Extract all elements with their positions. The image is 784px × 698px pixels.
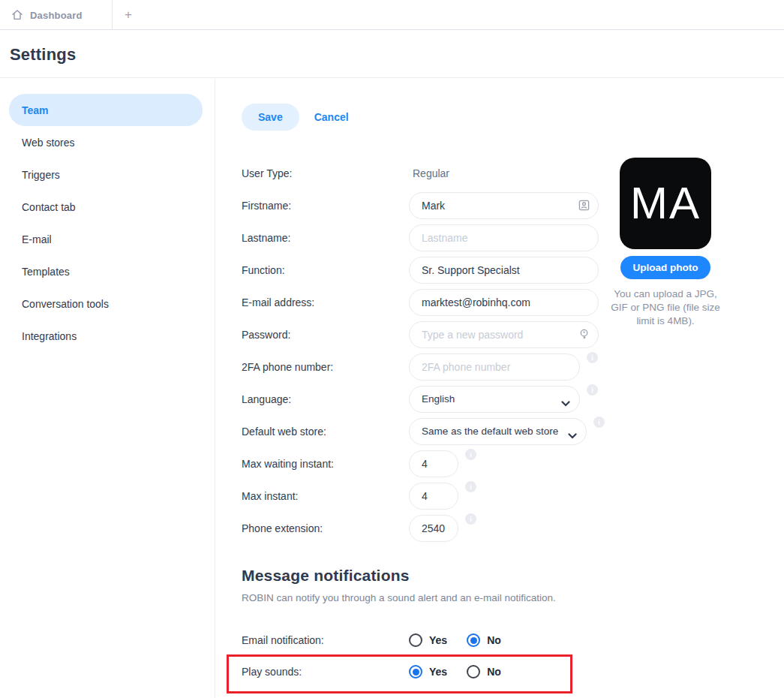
language-row: Language: English i [242, 383, 605, 415]
sidebar-item-contact-tab[interactable]: Contact tab [9, 191, 203, 223]
tab-label: Dashboard [30, 10, 83, 21]
max-instant-row: Max instant: i [242, 480, 605, 512]
max-instant-input[interactable] [409, 483, 458, 510]
radio-option-label: No [487, 634, 501, 646]
phone-extension-row: Phone extension: i [242, 512, 605, 544]
email-notification-radio-group: Yes No [409, 633, 501, 647]
email-address-input[interactable] [409, 289, 599, 316]
email-notification-label: Email notification: [242, 634, 409, 646]
language-selected-value: English [422, 393, 455, 405]
password-row: Password: [242, 318, 605, 351]
avatar-section: MA Upload photo You can upload a JPG, GI… [620, 158, 711, 328]
default-web-store-select[interactable]: Same as the default web store [409, 418, 587, 445]
info-icon[interactable]: i [587, 384, 598, 396]
max-instant-label: Max instant: [242, 490, 409, 502]
password-input[interactable] [409, 321, 599, 348]
email-address-label: E-mail address: [242, 296, 409, 308]
info-icon[interactable]: i [465, 513, 476, 525]
avatar: MA [620, 158, 711, 249]
browser-tab-bar: Dashboard + [0, 0, 784, 30]
email-notification-yes-option[interactable]: Yes [409, 633, 447, 647]
firstname-input[interactable] [409, 192, 599, 219]
default-web-store-label: Default web store: [242, 426, 409, 438]
default-web-store-row: Default web store: Same as the default w… [242, 415, 605, 447]
upload-photo-button[interactable]: Upload photo [620, 256, 710, 279]
message-notifications-section: Message notifications ROBIN can notify y… [242, 567, 632, 687]
info-icon[interactable]: i [593, 417, 605, 428]
max-waiting-instant-input[interactable] [409, 450, 458, 477]
radio-selected-icon[interactable] [409, 665, 422, 678]
default-web-store-selected-value: Same as the default web store [422, 426, 558, 437]
firstname-row: Firstname: [242, 189, 605, 221]
password-label: Password: [242, 329, 409, 341]
radio-unselected-icon[interactable] [467, 665, 480, 678]
radio-selected-icon[interactable] [467, 633, 480, 647]
chevron-down-icon [561, 396, 570, 402]
user-type-value: Regular [409, 167, 449, 179]
sidebar-item-templates[interactable]: Templates [9, 255, 203, 287]
play-sounds-label: Play sounds: [242, 666, 409, 678]
play-sounds-row: Play sounds: Yes No [242, 656, 632, 687]
radio-option-label: Yes [429, 666, 447, 678]
sidebar-item-conversation-tools[interactable]: Conversation tools [9, 287, 203, 320]
max-waiting-instant-row: Max waiting instant: i [242, 447, 605, 480]
section-description: ROBIN can notify you through a sound ale… [242, 592, 632, 603]
email-notification-row: Email notification: Yes No [242, 624, 632, 656]
tab-dashboard[interactable]: Dashboard [0, 0, 113, 30]
radio-unselected-icon[interactable] [409, 633, 422, 647]
chevron-down-icon [568, 429, 577, 435]
cancel-button[interactable]: Cancel [314, 111, 349, 123]
radio-option-label: Yes [429, 634, 447, 646]
user-type-label: User Type: [242, 167, 409, 179]
language-select[interactable]: English [409, 386, 580, 413]
password-key-icon[interactable] [578, 329, 590, 340]
lastname-row: Lastname: [242, 221, 605, 254]
page-title: Settings [10, 45, 76, 65]
firstname-label: Firstname: [242, 200, 409, 212]
max-waiting-instant-label: Max waiting instant: [242, 458, 409, 470]
sidebar-item-integrations[interactable]: Integrations [9, 320, 203, 352]
save-button[interactable]: Save [242, 104, 299, 131]
settings-page: Dashboard + Settings Team Web stores Tri… [0, 0, 784, 698]
radio-option-label: No [487, 666, 501, 678]
email-address-row: E-mail address: [242, 286, 605, 318]
home-icon [11, 9, 23, 21]
language-label: Language: [242, 393, 409, 405]
info-icon[interactable]: i [587, 352, 598, 363]
upload-note: You can upload a JPG, GIF or PNG file (f… [605, 287, 725, 328]
2fa-phone-input[interactable] [409, 354, 580, 381]
sidebar-item-email[interactable]: E-mail [9, 223, 203, 255]
2fa-phone-row: 2FA phone number: i [242, 351, 605, 383]
info-icon[interactable]: i [465, 481, 476, 492]
play-sounds-yes-option[interactable]: Yes [409, 665, 447, 678]
email-notification-no-option[interactable]: No [467, 633, 501, 647]
sidebar-item-web-stores[interactable]: Web stores [9, 126, 203, 158]
function-input[interactable] [409, 257, 599, 284]
play-sounds-no-option[interactable]: No [467, 665, 501, 678]
form-toolbar: Save Cancel [242, 104, 349, 131]
lastname-label: Lastname: [242, 232, 409, 244]
sidebar-item-team[interactable]: Team [9, 94, 203, 126]
function-label: Function: [242, 264, 409, 276]
new-tab-button[interactable]: + [113, 0, 144, 30]
section-title: Message notifications [242, 567, 632, 585]
2fa-phone-label: 2FA phone number: [242, 361, 409, 373]
info-icon[interactable]: i [465, 449, 476, 460]
play-sounds-radio-group: Yes No [409, 665, 501, 678]
lastname-input[interactable] [409, 224, 599, 251]
sidebar-item-triggers[interactable]: Triggers [9, 158, 203, 191]
phone-extension-input[interactable] [409, 515, 458, 542]
user-type-row: User Type: Regular [242, 157, 605, 189]
settings-sidebar: Team Web stores Triggers Contact tab E-m… [0, 79, 215, 698]
phone-extension-label: Phone extension: [242, 522, 409, 534]
page-header: Settings [0, 30, 784, 78]
function-row: Function: [242, 254, 605, 286]
main-content: Save Cancel User Type: Regular Firstname… [216, 78, 784, 698]
profile-form: User Type: Regular Firstname: Lastname: [242, 157, 605, 544]
autofill-contact-icon[interactable] [578, 200, 590, 211]
